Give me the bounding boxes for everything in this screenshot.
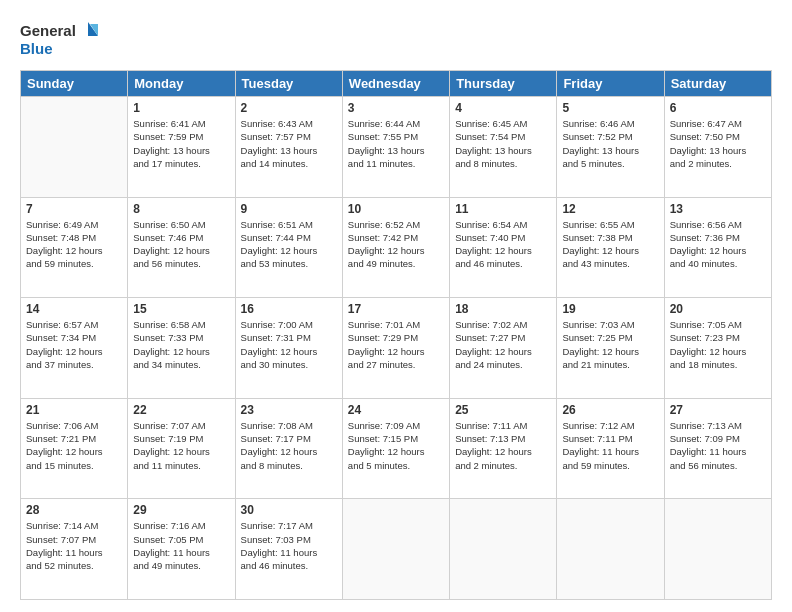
day-cell — [21, 97, 128, 198]
page: General Blue SundayMondayTuesdayWednesda… — [0, 0, 792, 612]
day-info: Sunrise: 7:08 AM Sunset: 7:17 PM Dayligh… — [241, 419, 337, 472]
day-number: 4 — [455, 101, 551, 115]
day-number: 15 — [133, 302, 229, 316]
day-number: 17 — [348, 302, 444, 316]
day-cell: 3Sunrise: 6:44 AM Sunset: 7:55 PM Daylig… — [342, 97, 449, 198]
day-cell: 1Sunrise: 6:41 AM Sunset: 7:59 PM Daylig… — [128, 97, 235, 198]
day-number: 25 — [455, 403, 551, 417]
day-cell: 14Sunrise: 6:57 AM Sunset: 7:34 PM Dayli… — [21, 298, 128, 399]
day-cell: 10Sunrise: 6:52 AM Sunset: 7:42 PM Dayli… — [342, 197, 449, 298]
day-cell — [557, 499, 664, 600]
day-cell: 9Sunrise: 6:51 AM Sunset: 7:44 PM Daylig… — [235, 197, 342, 298]
week-row-1: 1Sunrise: 6:41 AM Sunset: 7:59 PM Daylig… — [21, 97, 772, 198]
day-number: 11 — [455, 202, 551, 216]
day-cell: 15Sunrise: 6:58 AM Sunset: 7:33 PM Dayli… — [128, 298, 235, 399]
day-info: Sunrise: 7:06 AM Sunset: 7:21 PM Dayligh… — [26, 419, 122, 472]
day-cell: 24Sunrise: 7:09 AM Sunset: 7:15 PM Dayli… — [342, 398, 449, 499]
column-header-saturday: Saturday — [664, 71, 771, 97]
day-info: Sunrise: 7:16 AM Sunset: 7:05 PM Dayligh… — [133, 519, 229, 572]
column-header-thursday: Thursday — [450, 71, 557, 97]
day-cell: 23Sunrise: 7:08 AM Sunset: 7:17 PM Dayli… — [235, 398, 342, 499]
day-number: 6 — [670, 101, 766, 115]
svg-text:General: General — [20, 22, 76, 39]
day-number: 28 — [26, 503, 122, 517]
day-info: Sunrise: 7:17 AM Sunset: 7:03 PM Dayligh… — [241, 519, 337, 572]
day-number: 26 — [562, 403, 658, 417]
day-cell: 17Sunrise: 7:01 AM Sunset: 7:29 PM Dayli… — [342, 298, 449, 399]
day-info: Sunrise: 6:44 AM Sunset: 7:55 PM Dayligh… — [348, 117, 444, 170]
week-row-4: 21Sunrise: 7:06 AM Sunset: 7:21 PM Dayli… — [21, 398, 772, 499]
day-info: Sunrise: 6:46 AM Sunset: 7:52 PM Dayligh… — [562, 117, 658, 170]
day-number: 29 — [133, 503, 229, 517]
day-info: Sunrise: 6:56 AM Sunset: 7:36 PM Dayligh… — [670, 218, 766, 271]
logo: General Blue — [20, 18, 100, 60]
day-number: 10 — [348, 202, 444, 216]
day-cell: 13Sunrise: 6:56 AM Sunset: 7:36 PM Dayli… — [664, 197, 771, 298]
day-cell — [342, 499, 449, 600]
header-row: SundayMondayTuesdayWednesdayThursdayFrid… — [21, 71, 772, 97]
day-info: Sunrise: 7:03 AM Sunset: 7:25 PM Dayligh… — [562, 318, 658, 371]
day-cell: 20Sunrise: 7:05 AM Sunset: 7:23 PM Dayli… — [664, 298, 771, 399]
day-number: 9 — [241, 202, 337, 216]
day-cell: 27Sunrise: 7:13 AM Sunset: 7:09 PM Dayli… — [664, 398, 771, 499]
day-info: Sunrise: 7:05 AM Sunset: 7:23 PM Dayligh… — [670, 318, 766, 371]
day-number: 8 — [133, 202, 229, 216]
day-number: 1 — [133, 101, 229, 115]
day-cell: 19Sunrise: 7:03 AM Sunset: 7:25 PM Dayli… — [557, 298, 664, 399]
day-number: 18 — [455, 302, 551, 316]
day-info: Sunrise: 6:47 AM Sunset: 7:50 PM Dayligh… — [670, 117, 766, 170]
week-row-2: 7Sunrise: 6:49 AM Sunset: 7:48 PM Daylig… — [21, 197, 772, 298]
column-header-monday: Monday — [128, 71, 235, 97]
day-info: Sunrise: 6:57 AM Sunset: 7:34 PM Dayligh… — [26, 318, 122, 371]
day-number: 19 — [562, 302, 658, 316]
column-header-wednesday: Wednesday — [342, 71, 449, 97]
day-info: Sunrise: 7:13 AM Sunset: 7:09 PM Dayligh… — [670, 419, 766, 472]
day-cell: 2Sunrise: 6:43 AM Sunset: 7:57 PM Daylig… — [235, 97, 342, 198]
day-number: 3 — [348, 101, 444, 115]
svg-text:Blue: Blue — [20, 40, 53, 57]
day-cell: 28Sunrise: 7:14 AM Sunset: 7:07 PM Dayli… — [21, 499, 128, 600]
day-number: 27 — [670, 403, 766, 417]
day-number: 5 — [562, 101, 658, 115]
day-info: Sunrise: 6:52 AM Sunset: 7:42 PM Dayligh… — [348, 218, 444, 271]
day-info: Sunrise: 7:14 AM Sunset: 7:07 PM Dayligh… — [26, 519, 122, 572]
day-info: Sunrise: 7:11 AM Sunset: 7:13 PM Dayligh… — [455, 419, 551, 472]
day-cell: 18Sunrise: 7:02 AM Sunset: 7:27 PM Dayli… — [450, 298, 557, 399]
day-cell: 26Sunrise: 7:12 AM Sunset: 7:11 PM Dayli… — [557, 398, 664, 499]
day-info: Sunrise: 7:00 AM Sunset: 7:31 PM Dayligh… — [241, 318, 337, 371]
day-number: 14 — [26, 302, 122, 316]
day-cell: 30Sunrise: 7:17 AM Sunset: 7:03 PM Dayli… — [235, 499, 342, 600]
week-row-5: 28Sunrise: 7:14 AM Sunset: 7:07 PM Dayli… — [21, 499, 772, 600]
column-header-sunday: Sunday — [21, 71, 128, 97]
day-info: Sunrise: 7:02 AM Sunset: 7:27 PM Dayligh… — [455, 318, 551, 371]
day-number: 23 — [241, 403, 337, 417]
day-number: 7 — [26, 202, 122, 216]
column-header-tuesday: Tuesday — [235, 71, 342, 97]
day-cell: 11Sunrise: 6:54 AM Sunset: 7:40 PM Dayli… — [450, 197, 557, 298]
day-info: Sunrise: 6:41 AM Sunset: 7:59 PM Dayligh… — [133, 117, 229, 170]
day-info: Sunrise: 6:58 AM Sunset: 7:33 PM Dayligh… — [133, 318, 229, 371]
day-cell: 8Sunrise: 6:50 AM Sunset: 7:46 PM Daylig… — [128, 197, 235, 298]
day-info: Sunrise: 6:43 AM Sunset: 7:57 PM Dayligh… — [241, 117, 337, 170]
day-cell: 5Sunrise: 6:46 AM Sunset: 7:52 PM Daylig… — [557, 97, 664, 198]
day-cell: 7Sunrise: 6:49 AM Sunset: 7:48 PM Daylig… — [21, 197, 128, 298]
day-cell: 21Sunrise: 7:06 AM Sunset: 7:21 PM Dayli… — [21, 398, 128, 499]
day-cell: 12Sunrise: 6:55 AM Sunset: 7:38 PM Dayli… — [557, 197, 664, 298]
week-row-3: 14Sunrise: 6:57 AM Sunset: 7:34 PM Dayli… — [21, 298, 772, 399]
day-info: Sunrise: 6:45 AM Sunset: 7:54 PM Dayligh… — [455, 117, 551, 170]
header: General Blue — [20, 18, 772, 60]
day-info: Sunrise: 7:01 AM Sunset: 7:29 PM Dayligh… — [348, 318, 444, 371]
day-cell: 4Sunrise: 6:45 AM Sunset: 7:54 PM Daylig… — [450, 97, 557, 198]
day-info: Sunrise: 7:09 AM Sunset: 7:15 PM Dayligh… — [348, 419, 444, 472]
day-number: 2 — [241, 101, 337, 115]
day-number: 21 — [26, 403, 122, 417]
day-info: Sunrise: 6:49 AM Sunset: 7:48 PM Dayligh… — [26, 218, 122, 271]
day-cell: 22Sunrise: 7:07 AM Sunset: 7:19 PM Dayli… — [128, 398, 235, 499]
day-cell — [450, 499, 557, 600]
column-header-friday: Friday — [557, 71, 664, 97]
day-cell — [664, 499, 771, 600]
day-cell: 29Sunrise: 7:16 AM Sunset: 7:05 PM Dayli… — [128, 499, 235, 600]
day-number: 13 — [670, 202, 766, 216]
logo-svg: General Blue — [20, 18, 100, 60]
day-number: 20 — [670, 302, 766, 316]
